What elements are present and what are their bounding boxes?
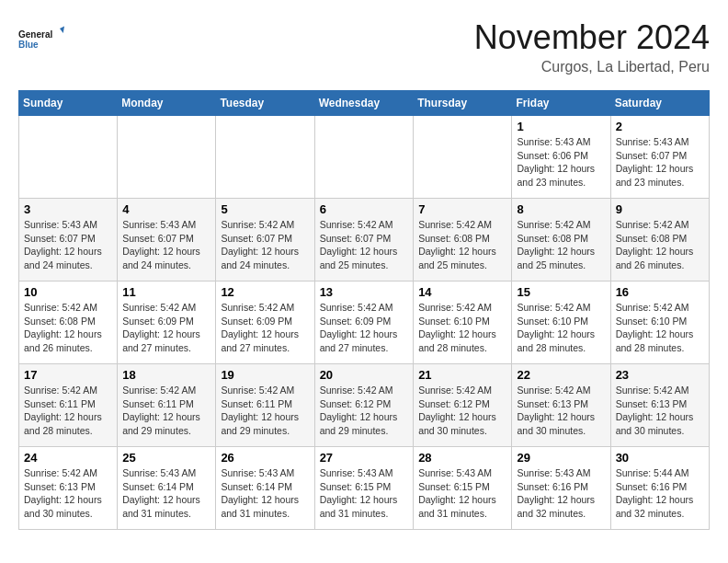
week-row-4: 17Sunrise: 5:42 AM Sunset: 6:11 PM Dayli… bbox=[19, 364, 710, 447]
month-title: November 2024 bbox=[474, 18, 710, 57]
day-info: Sunrise: 5:43 AM Sunset: 6:07 PM Dayligh… bbox=[122, 218, 210, 272]
day-info: Sunrise: 5:42 AM Sunset: 6:10 PM Dayligh… bbox=[517, 301, 605, 355]
calendar-cell: 13Sunrise: 5:42 AM Sunset: 6:09 PM Dayli… bbox=[314, 282, 414, 364]
calendar-cell: 16Sunrise: 5:42 AM Sunset: 6:10 PM Dayli… bbox=[610, 282, 709, 364]
calendar-cell: 14Sunrise: 5:42 AM Sunset: 6:10 PM Dayli… bbox=[414, 282, 512, 364]
calendar-cell: 5Sunrise: 5:42 AM Sunset: 6:07 PM Daylig… bbox=[216, 199, 314, 282]
day-number: 22 bbox=[517, 368, 605, 382]
day-info: Sunrise: 5:43 AM Sunset: 6:14 PM Dayligh… bbox=[221, 466, 309, 521]
calendar-cell: 3Sunrise: 5:43 AM Sunset: 6:07 PM Daylig… bbox=[19, 199, 118, 282]
day-info: Sunrise: 5:42 AM Sunset: 6:13 PM Dayligh… bbox=[24, 466, 112, 521]
day-number: 24 bbox=[24, 451, 112, 465]
day-number: 10 bbox=[24, 285, 112, 299]
weekday-header-thursday: Thursday bbox=[414, 91, 512, 116]
calendar-cell: 10Sunrise: 5:42 AM Sunset: 6:08 PM Dayli… bbox=[19, 282, 118, 364]
calendar-cell: 11Sunrise: 5:42 AM Sunset: 6:09 PM Dayli… bbox=[118, 282, 216, 364]
day-number: 17 bbox=[24, 368, 112, 382]
calendar-cell: 26Sunrise: 5:43 AM Sunset: 6:14 PM Dayli… bbox=[216, 447, 314, 530]
calendar-cell: 15Sunrise: 5:42 AM Sunset: 6:10 PM Dayli… bbox=[512, 282, 610, 364]
day-info: Sunrise: 5:42 AM Sunset: 6:07 PM Dayligh… bbox=[320, 218, 409, 272]
calendar-cell: 22Sunrise: 5:42 AM Sunset: 6:13 PM Dayli… bbox=[512, 364, 610, 447]
day-number: 25 bbox=[122, 451, 210, 465]
day-info: Sunrise: 5:43 AM Sunset: 6:07 PM Dayligh… bbox=[616, 135, 704, 190]
weekday-header-saturday: Saturday bbox=[610, 91, 709, 116]
day-info: Sunrise: 5:42 AM Sunset: 6:09 PM Dayligh… bbox=[320, 301, 409, 355]
weekday-header-friday: Friday bbox=[512, 91, 610, 116]
day-number: 3 bbox=[24, 202, 112, 216]
day-info: Sunrise: 5:43 AM Sunset: 6:14 PM Dayligh… bbox=[122, 466, 210, 521]
weekday-header-tuesday: Tuesday bbox=[216, 91, 314, 116]
day-number: 4 bbox=[122, 202, 210, 216]
day-number: 12 bbox=[221, 285, 309, 299]
calendar-cell bbox=[19, 116, 118, 199]
day-number: 2 bbox=[616, 120, 704, 133]
logo: General Blue bbox=[18, 18, 64, 60]
day-number: 16 bbox=[616, 285, 704, 299]
day-number: 26 bbox=[221, 451, 309, 465]
day-number: 18 bbox=[122, 368, 210, 382]
day-number: 5 bbox=[221, 202, 309, 216]
calendar-cell: 21Sunrise: 5:42 AM Sunset: 6:12 PM Dayli… bbox=[414, 364, 512, 447]
calendar-cell bbox=[216, 116, 314, 199]
day-number: 30 bbox=[616, 451, 704, 465]
calendar-table: SundayMondayTuesdayWednesdayThursdayFrid… bbox=[18, 90, 710, 530]
day-number: 29 bbox=[517, 451, 605, 465]
location-title: Curgos, La Libertad, Peru bbox=[474, 59, 710, 75]
day-info: Sunrise: 5:42 AM Sunset: 6:12 PM Dayligh… bbox=[320, 384, 409, 438]
day-info: Sunrise: 5:42 AM Sunset: 6:09 PM Dayligh… bbox=[122, 301, 210, 355]
calendar-cell: 8Sunrise: 5:42 AM Sunset: 6:08 PM Daylig… bbox=[512, 199, 610, 282]
week-row-5: 24Sunrise: 5:42 AM Sunset: 6:13 PM Dayli… bbox=[19, 447, 710, 530]
day-info: Sunrise: 5:42 AM Sunset: 6:09 PM Dayligh… bbox=[221, 301, 309, 355]
day-info: Sunrise: 5:42 AM Sunset: 6:08 PM Dayligh… bbox=[418, 218, 506, 272]
header: General Blue November 2024 Curgos, La Li… bbox=[18, 18, 710, 75]
week-row-2: 3Sunrise: 5:43 AM Sunset: 6:07 PM Daylig… bbox=[19, 199, 710, 282]
calendar-cell: 1Sunrise: 5:43 AM Sunset: 6:06 PM Daylig… bbox=[512, 116, 610, 199]
calendar-cell: 24Sunrise: 5:42 AM Sunset: 6:13 PM Dayli… bbox=[19, 447, 118, 530]
week-row-3: 10Sunrise: 5:42 AM Sunset: 6:08 PM Dayli… bbox=[19, 282, 710, 364]
day-number: 28 bbox=[418, 451, 506, 465]
calendar-cell: 23Sunrise: 5:42 AM Sunset: 6:13 PM Dayli… bbox=[610, 364, 709, 447]
week-row-1: 1Sunrise: 5:43 AM Sunset: 6:06 PM Daylig… bbox=[19, 116, 710, 199]
day-number: 9 bbox=[616, 202, 704, 216]
svg-text:General: General bbox=[18, 29, 52, 40]
calendar-cell bbox=[314, 116, 414, 199]
day-info: Sunrise: 5:44 AM Sunset: 6:16 PM Dayligh… bbox=[616, 466, 704, 521]
day-number: 7 bbox=[418, 202, 506, 216]
calendar-cell: 18Sunrise: 5:42 AM Sunset: 6:11 PM Dayli… bbox=[118, 364, 216, 447]
calendar-cell: 29Sunrise: 5:43 AM Sunset: 6:16 PM Dayli… bbox=[512, 447, 610, 530]
day-info: Sunrise: 5:42 AM Sunset: 6:11 PM Dayligh… bbox=[122, 384, 210, 438]
day-info: Sunrise: 5:42 AM Sunset: 6:08 PM Dayligh… bbox=[517, 218, 605, 272]
day-number: 15 bbox=[517, 285, 605, 299]
weekday-header-row: SundayMondayTuesdayWednesdayThursdayFrid… bbox=[19, 91, 710, 116]
day-number: 23 bbox=[616, 368, 704, 382]
calendar-cell: 4Sunrise: 5:43 AM Sunset: 6:07 PM Daylig… bbox=[118, 199, 216, 282]
title-area: November 2024 Curgos, La Libertad, Peru bbox=[474, 18, 710, 75]
calendar-cell bbox=[414, 116, 512, 199]
calendar-cell: 19Sunrise: 5:42 AM Sunset: 6:11 PM Dayli… bbox=[216, 364, 314, 447]
day-info: Sunrise: 5:43 AM Sunset: 6:15 PM Dayligh… bbox=[418, 466, 506, 521]
calendar-cell: 28Sunrise: 5:43 AM Sunset: 6:15 PM Dayli… bbox=[414, 447, 512, 530]
day-number: 1 bbox=[517, 120, 605, 133]
day-number: 11 bbox=[122, 285, 210, 299]
weekday-header-sunday: Sunday bbox=[19, 91, 118, 116]
weekday-header-monday: Monday bbox=[118, 91, 216, 116]
day-info: Sunrise: 5:43 AM Sunset: 6:15 PM Dayligh… bbox=[320, 466, 409, 521]
calendar-cell: 7Sunrise: 5:42 AM Sunset: 6:08 PM Daylig… bbox=[414, 199, 512, 282]
svg-marker-2 bbox=[60, 26, 64, 33]
day-info: Sunrise: 5:43 AM Sunset: 6:06 PM Dayligh… bbox=[517, 135, 605, 190]
day-info: Sunrise: 5:42 AM Sunset: 6:13 PM Dayligh… bbox=[616, 384, 704, 438]
day-info: Sunrise: 5:42 AM Sunset: 6:10 PM Dayligh… bbox=[418, 301, 506, 355]
day-number: 19 bbox=[221, 368, 309, 382]
calendar-cell: 12Sunrise: 5:42 AM Sunset: 6:09 PM Dayli… bbox=[216, 282, 314, 364]
day-number: 27 bbox=[320, 451, 409, 465]
day-number: 8 bbox=[517, 202, 605, 216]
day-number: 14 bbox=[418, 285, 506, 299]
calendar-cell bbox=[118, 116, 216, 199]
calendar-cell: 25Sunrise: 5:43 AM Sunset: 6:14 PM Dayli… bbox=[118, 447, 216, 530]
day-info: Sunrise: 5:42 AM Sunset: 6:11 PM Dayligh… bbox=[24, 384, 112, 438]
day-info: Sunrise: 5:42 AM Sunset: 6:13 PM Dayligh… bbox=[517, 384, 605, 438]
day-info: Sunrise: 5:42 AM Sunset: 6:08 PM Dayligh… bbox=[24, 301, 112, 355]
day-info: Sunrise: 5:42 AM Sunset: 6:11 PM Dayligh… bbox=[221, 384, 309, 438]
calendar-cell: 9Sunrise: 5:42 AM Sunset: 6:08 PM Daylig… bbox=[610, 199, 709, 282]
svg-text:Blue: Blue bbox=[18, 40, 39, 50]
